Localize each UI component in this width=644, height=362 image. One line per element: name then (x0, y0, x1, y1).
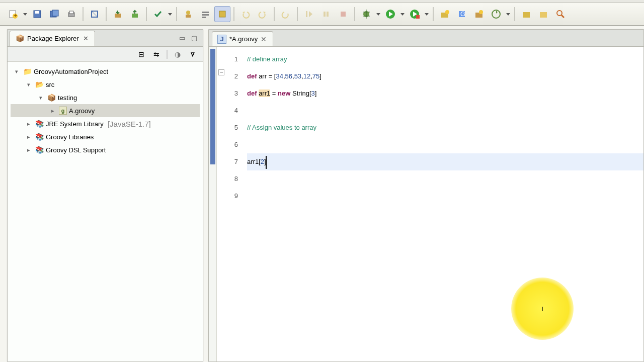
view-menu-icon[interactable]: ⛛ (188, 49, 198, 59)
code-line[interactable]: // Assign values to array (247, 119, 643, 136)
open-task-button[interactable] (518, 6, 534, 22)
refresh-button[interactable] (488, 6, 504, 22)
svg-rect-29 (416, 15, 420, 19)
line-number[interactable]: 7 (226, 153, 238, 170)
explorer-toolbar: ⊟ ⇆ ◑ ⛛ (8, 47, 203, 62)
jre-label: JRE System Library (46, 120, 104, 128)
fold-icon[interactable]: − (218, 69, 224, 75)
project-icon: 📁 (23, 67, 32, 76)
package-explorer-icon: 📦 (15, 34, 24, 43)
twistie-icon[interactable]: ▸ (25, 147, 33, 153)
run-dropdown[interactable] (399, 13, 406, 16)
new-button[interactable]: + (5, 6, 21, 22)
tree-package-row[interactable]: ▾ 📦 testing (11, 91, 200, 104)
line-number[interactable]: 6 (226, 136, 238, 153)
code-line[interactable] (247, 170, 643, 188)
code-line[interactable]: // define array (247, 51, 643, 68)
open-type-button[interactable] (180, 6, 196, 22)
maximize-icon[interactable]: ▢ (190, 34, 199, 43)
export-button[interactable] (127, 6, 143, 22)
resume-button[interactable] (301, 6, 317, 22)
twistie-icon[interactable]: ▸ (49, 108, 57, 114)
new-class-button[interactable] (471, 6, 487, 22)
step-button[interactable] (278, 6, 294, 22)
code-line[interactable]: arr1[2] (247, 153, 643, 170)
suspend-button[interactable] (318, 6, 334, 22)
editor-tabbar: J *A.groovy ✕ (209, 30, 643, 47)
line-number[interactable]: 3 (226, 85, 238, 102)
tree-groovylib-row[interactable]: ▸ 📚 Groovy Libraries (11, 130, 200, 143)
main-toolbar: + G (0, 3, 644, 26)
code-line[interactable] (247, 136, 643, 153)
tree-src-row[interactable]: ▾ 📂 src (11, 78, 200, 91)
collapse-all-icon[interactable]: ⊟ (136, 49, 146, 59)
print-button[interactable] (63, 6, 79, 22)
code-editor[interactable]: − 123456789 // define arraydef arr = [34… (209, 47, 643, 361)
code-line[interactable] (247, 102, 643, 119)
new-java-project-button[interactable] (437, 6, 453, 22)
twistie-icon[interactable]: ▾ (37, 95, 45, 101)
library-icon: 📚 (35, 132, 44, 141)
refresh-dropdown[interactable] (505, 13, 511, 16)
tree-project-row[interactable]: ▾ 📁 GroovyAutomationProject (11, 65, 200, 78)
svg-line-40 (561, 15, 564, 18)
focus-icon[interactable]: ◑ (173, 49, 183, 59)
code-area[interactable]: // define arraydef arr = [34,56,53,12,75… (241, 47, 643, 361)
close-icon[interactable]: ✕ (261, 35, 267, 43)
svg-point-13 (186, 11, 190, 15)
save-all-button[interactable] (46, 6, 62, 22)
project-tree[interactable]: ▾ 📁 GroovyAutomationProject ▾ 📂 src ▾ 📦 … (8, 62, 203, 361)
line-number-gutter[interactable]: 123456789 (226, 47, 241, 361)
code-line[interactable]: def arr = [34,56,53,12,75] (247, 68, 643, 85)
line-number[interactable]: 2 (226, 68, 238, 85)
editor-tab[interactable]: J *A.groovy ✕ (212, 31, 273, 46)
new-package-button[interactable]: G (454, 6, 470, 22)
undo-button[interactable] (237, 6, 254, 22)
toggle-mark-button[interactable] (214, 6, 230, 22)
line-number[interactable]: 5 (226, 119, 238, 136)
folder-icon: 📂 (35, 80, 44, 89)
redo-button[interactable] (255, 6, 271, 22)
twistie-icon[interactable]: ▾ (25, 81, 33, 88)
debug-dropdown[interactable] (375, 13, 381, 16)
import-button[interactable] (110, 6, 126, 22)
save-button[interactable] (29, 6, 45, 22)
checkmark-dropdown[interactable] (167, 13, 173, 16)
code-line[interactable]: def arr1 = new String[3] (247, 85, 643, 102)
tree-groovydsl-row[interactable]: ▸ 📚 Groovy DSL Support (11, 143, 200, 156)
tree-jre-row[interactable]: ▸ 📚 JRE System Library [JavaSE-1.7] (11, 117, 200, 130)
package-label: testing (58, 94, 77, 102)
link-editor-icon[interactable]: ⇆ (151, 49, 162, 59)
search-button[interactable] (552, 6, 569, 22)
checkmark-button[interactable] (150, 6, 166, 22)
twistie-icon[interactable]: ▾ (13, 68, 21, 75)
terminate-button[interactable] (335, 6, 351, 22)
line-number[interactable]: 4 (226, 102, 238, 119)
toggle-breadcrumb-button[interactable] (197, 6, 213, 22)
minimize-icon[interactable]: ▭ (178, 34, 187, 43)
line-number[interactable]: 8 (226, 170, 238, 188)
package-explorer-panel: 📦 Package Explorer ✕ ▭ ▢ ⊟ ⇆ ◑ ⛛ ▾ 📁 Gro… (7, 29, 203, 362)
build-button[interactable] (87, 6, 103, 22)
svg-rect-20 (324, 12, 326, 17)
twistie-icon[interactable]: ▸ (25, 134, 33, 140)
debug-button[interactable] (358, 6, 374, 22)
svg-rect-37 (523, 12, 530, 18)
line-number[interactable]: 9 (226, 188, 238, 205)
twistie-icon[interactable]: ▸ (25, 121, 33, 127)
annotation-column[interactable]: − (217, 47, 226, 361)
line-number[interactable]: 1 (226, 51, 238, 68)
tree-file-row[interactable]: ▸ g A.groovy (11, 104, 200, 117)
svg-point-35 (479, 10, 483, 14)
new-dropdown[interactable] (22, 13, 28, 16)
editor-tab-label: *A.groovy (229, 35, 258, 43)
marker-ruler[interactable] (209, 47, 217, 361)
code-line[interactable] (247, 188, 643, 205)
library-icon: 📚 (35, 145, 44, 154)
run-last-button[interactable] (407, 6, 423, 22)
close-icon[interactable]: ✕ (82, 35, 90, 42)
run-button[interactable] (382, 6, 398, 22)
run-last-dropdown[interactable] (424, 13, 430, 16)
open-project-button[interactable] (535, 6, 551, 22)
package-explorer-tab[interactable]: 📦 Package Explorer ✕ (10, 31, 95, 46)
